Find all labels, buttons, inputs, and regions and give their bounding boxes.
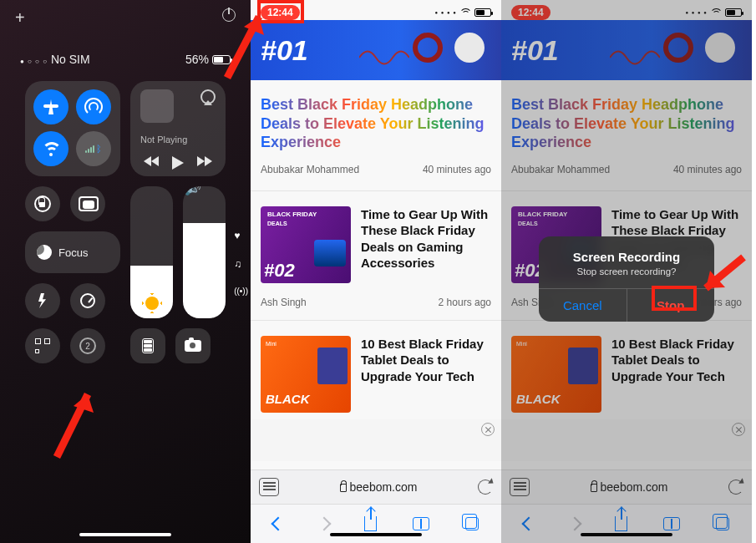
flashlight-icon	[38, 293, 47, 308]
bookmarks-button[interactable]	[413, 517, 429, 530]
reload-icon[interactable]	[478, 480, 493, 495]
calculator-button[interactable]	[130, 328, 165, 363]
airplay-icon[interactable]	[200, 89, 216, 104]
status-bar: ● ○ ○ ○No SIM 56%	[0, 28, 251, 71]
skip-back-button[interactable]	[144, 156, 159, 170]
article-time: 2 hours ago	[439, 297, 491, 308]
article-card[interactable]: BLACK FRIDAY DEALS #02 Time to Gear Up W…	[261, 191, 491, 290]
safari-screen: 12:44 ● ● ● ● #01 Best Black Friday Head…	[251, 0, 501, 543]
airplane-mode-toggle[interactable]	[33, 89, 68, 124]
wifi-icon	[460, 8, 471, 17]
screen-mirror-icon	[79, 196, 97, 211]
cancel-button[interactable]: Cancel	[539, 289, 627, 322]
qr-scanner-button[interactable]	[25, 328, 60, 363]
airplane-icon	[43, 99, 59, 115]
recording-time-pill[interactable]: 12:44	[261, 5, 300, 20]
timer-button[interactable]	[70, 283, 105, 318]
article-title[interactable]: Best Black Friday Headphone Deals to Ele…	[261, 95, 491, 152]
volume-icon: 🔊	[183, 186, 226, 196]
brightness-slider[interactable]	[130, 186, 173, 318]
sun-icon	[145, 297, 159, 310]
album-art-placeholder	[140, 89, 174, 123]
article-title: 10 Best Black Friday Tablet Deals to Upg…	[361, 336, 491, 385]
url-text: beebom.com	[350, 480, 418, 494]
airdrop-icon	[84, 97, 104, 117]
lock-icon	[340, 484, 347, 492]
article-author: Abubakar Mohammed	[261, 164, 359, 175]
wifi-icon	[43, 140, 59, 157]
ad-overlay	[251, 419, 501, 461]
thumb-text: BLACK	[266, 392, 310, 406]
hero-number: #01	[261, 34, 308, 67]
cellular-icon	[85, 145, 94, 153]
moon-icon	[37, 245, 52, 260]
article-thumbnail: Mini BLACK	[261, 336, 351, 413]
heart-icon: ♥	[234, 230, 248, 241]
status-bar: 12:44 ● ● ● ●	[251, 0, 501, 20]
cellular-bluetooth-toggle[interactable]: ᛒ	[76, 131, 111, 166]
wifi-toggle[interactable]	[33, 131, 68, 166]
home-indicator[interactable]	[330, 533, 422, 536]
headphone-graphic-2	[454, 33, 485, 63]
music-tile[interactable]: Not Playing	[130, 81, 226, 176]
flashlight-button[interactable]	[25, 283, 60, 318]
signal-icon: ((•))	[234, 287, 248, 296]
back-button[interactable]	[271, 517, 286, 531]
article-time: 40 minutes ago	[423, 164, 491, 175]
screen-mirroring-button[interactable]	[70, 186, 105, 221]
thumb-sublabel: DEALS	[267, 221, 287, 226]
calculator-icon	[142, 338, 154, 353]
signal-icon: ● ● ● ●	[435, 10, 458, 15]
battery-percent: 56%	[185, 53, 209, 66]
camera-icon	[185, 340, 201, 352]
thumb-sublabel: Mini	[266, 341, 277, 347]
volume-slider[interactable]: 🔊	[183, 186, 226, 318]
focus-tile[interactable]: Focus	[25, 231, 120, 273]
timer-icon	[80, 293, 95, 308]
carrier-label: No SIM	[51, 53, 90, 66]
article-card[interactable]: Mini BLACK 10 Best Black Friday Tablet D…	[261, 321, 491, 419]
now-playing-label: Not Playing	[140, 134, 216, 145]
record-count-badge: 2	[79, 337, 96, 354]
play-button[interactable]	[172, 156, 184, 170]
forward-button	[317, 517, 331, 531]
add-widget-icon[interactable]: +	[15, 8, 25, 28]
airdrop-toggle[interactable]	[76, 89, 111, 124]
music-note-icon: ♫	[234, 258, 248, 270]
skip-forward-button[interactable]	[197, 156, 212, 170]
toolbar	[251, 505, 501, 543]
share-button[interactable]	[364, 516, 377, 531]
side-indicators: ♥ ♫ ((•))	[234, 230, 248, 296]
headphone-graphic-1	[413, 33, 443, 63]
bluetooth-icon: ᛒ	[96, 144, 102, 154]
thumb-label: BLACK FRIDAY	[267, 211, 317, 218]
screen-recording-alert: Screen Recording Stop screen recording? …	[539, 236, 714, 322]
qr-icon	[35, 338, 50, 353]
orientation-lock-icon	[34, 195, 51, 212]
page-settings-icon[interactable]	[259, 478, 279, 496]
tabs-button[interactable]	[465, 517, 479, 530]
article-author: Ash Singh	[261, 297, 307, 308]
signal-dots-icon: ● ○ ○ ○	[20, 58, 48, 65]
article-thumbnail: BLACK FRIDAY DEALS #02	[261, 206, 351, 283]
address-bar[interactable]: beebom.com	[251, 469, 501, 505]
thumb-number: #02	[264, 260, 295, 282]
alert-message: Stop screen recording?	[551, 266, 703, 277]
orientation-lock-toggle[interactable]	[25, 186, 60, 221]
battery-icon	[474, 8, 491, 17]
power-icon[interactable]	[222, 8, 236, 22]
connectivity-tile[interactable]: ᛒ	[25, 81, 120, 176]
hero-banner[interactable]: #01	[251, 20, 501, 80]
control-center-screen: + ● ○ ○ ○No SIM 56% ᛒ	[0, 0, 251, 543]
camera-button[interactable]	[175, 328, 211, 363]
focus-label: Focus	[58, 246, 88, 259]
safari-alert-screen: 12:44 ● ● ● ● #01 Best Black Friday Head…	[501, 0, 752, 543]
home-indicator[interactable]	[79, 533, 171, 536]
close-ad-icon[interactable]	[481, 423, 495, 436]
article-title: Time to Gear Up With These Black Friday …	[361, 206, 491, 272]
stop-button[interactable]: Stop	[627, 289, 715, 322]
wave-graphic	[359, 45, 409, 70]
battery-icon	[212, 55, 231, 64]
alert-title: Screen Recording	[551, 250, 703, 264]
screen-record-button[interactable]: 2	[70, 328, 105, 363]
